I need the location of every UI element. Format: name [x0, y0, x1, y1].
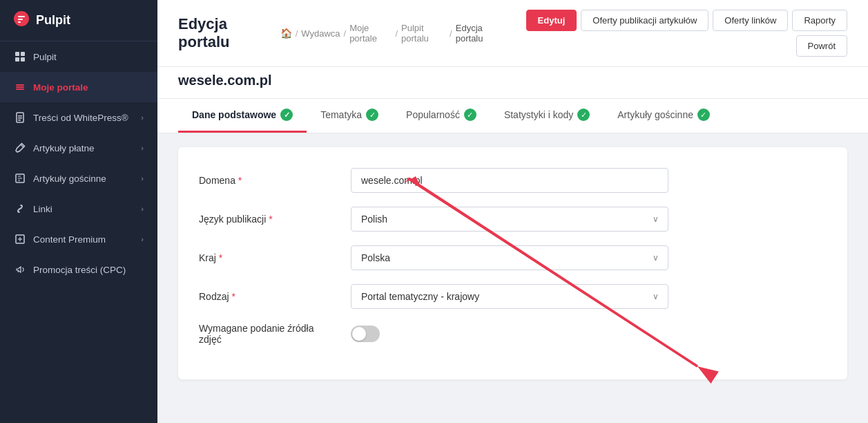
- page-title: Edycja portalu: [178, 15, 273, 51]
- tab-artykuly-goscinne[interactable]: Artykuły gościnne ✓: [604, 99, 724, 133]
- sidebar-item-label: Moje portale: [33, 82, 88, 93]
- sidebar-item-content-premium[interactable]: Content Premium ›: [0, 224, 157, 254]
- svg-rect-6: [15, 57, 19, 62]
- breadcrumb-pulpit: Pulpit portalu: [401, 23, 446, 44]
- breadcrumb-moje-portale: Moje portale: [349, 23, 392, 44]
- form-row-jezyk: Język publikacji * Polish English German…: [199, 207, 827, 232]
- sidebar: Pulpit Pulpit Moje portale: [0, 0, 157, 423]
- tab-check-dane: ✓: [280, 109, 293, 121]
- sidebar-item-label: Treści od WhitePress®: [33, 113, 128, 123]
- svg-rect-12: [18, 115, 22, 117]
- main-content: Edycja portalu 🏠 / Wydawca / Moje portal…: [157, 0, 868, 423]
- breadcrumb-wydawca: Wydawca: [301, 28, 340, 39]
- site-name: wesele.com.pl: [178, 73, 272, 88]
- tab-tematyka-label: Tematyka: [320, 109, 362, 120]
- oferty-link-button[interactable]: Oferty linków: [713, 10, 788, 31]
- oferty-pub-button[interactable]: Oferty publikacji artykułów: [581, 10, 708, 31]
- tabs-bar: Dane podstawowe ✓ Tematyka ✓ Popularność…: [157, 99, 868, 133]
- jezyk-select[interactable]: Polish English German: [351, 207, 668, 232]
- breadcrumb: 🏠 / Wydawca / Moje portale / Pulpit port…: [280, 23, 505, 44]
- content-wrapper: Dane podstawowe ✓ Tematyka ✓ Popularność…: [157, 99, 868, 423]
- content-scroll: Domena * Język publikacji * Polish Eng: [157, 133, 868, 423]
- sidebar-item-linki[interactable]: Linki ›: [0, 194, 157, 224]
- powrot-button[interactable]: Powrót: [796, 35, 847, 57]
- logo-icon: [14, 11, 29, 30]
- link-icon: [14, 203, 26, 215]
- zrodla-toggle-wrapper: [351, 326, 380, 342]
- sidebar-item-label: Pulpit: [33, 52, 57, 62]
- tab-popularnosc[interactable]: Popularność ✓: [392, 99, 490, 133]
- zrodla-label: Wymagane podanie źródła zdjęć: [199, 323, 337, 345]
- chevron-right-icon: ›: [141, 144, 144, 152]
- form-area: Domena * Język publikacji * Polish Eng: [178, 147, 847, 379]
- sidebar-item-label: Promocja treści (CPC): [33, 265, 126, 275]
- rodzaj-label: Rodzaj *: [199, 291, 337, 302]
- svg-rect-10: [16, 88, 24, 90]
- sidebar-item-label: Artykuły płatne: [33, 143, 95, 153]
- tab-dane-podstawowe[interactable]: Dane podstawowe ✓: [178, 99, 307, 133]
- home-icon: 🏠: [280, 28, 292, 39]
- tab-dane-label: Dane podstawowe: [192, 109, 276, 120]
- tab-check-popularnosc: ✓: [464, 109, 476, 121]
- tab-statystyki-label: Statystyki i kody: [504, 109, 573, 120]
- kraj-label: Kraj *: [199, 252, 337, 263]
- page-title-area: Edycja portalu 🏠 / Wydawca / Moje portal…: [178, 15, 504, 51]
- file-text-icon: [14, 111, 26, 124]
- sidebar-item-moje-portale[interactable]: Moje portale: [0, 72, 157, 102]
- edytuj-button[interactable]: Edytuj: [526, 10, 577, 31]
- svg-rect-5: [21, 52, 25, 56]
- svg-line-18: [18, 270, 19, 272]
- svg-rect-1: [18, 16, 25, 17]
- tab-popularnosc-label: Popularność: [406, 109, 460, 120]
- zrodla-toggle[interactable]: [351, 326, 380, 342]
- kraj-select-wrapper: Polska Niemcy Francja ∨: [351, 245, 668, 270]
- top-header: Edycja portalu 🏠 / Wydawca / Moje portal…: [157, 0, 868, 67]
- sidebar-item-label: Artykuły gościnne: [33, 173, 106, 184]
- action-buttons: Edytuj Oferty publikacji artykułów Ofert…: [504, 10, 847, 57]
- kraj-select[interactable]: Polska Niemcy Francja: [351, 245, 668, 270]
- form-row-kraj: Kraj * Polska Niemcy Francja ∨: [199, 245, 827, 270]
- edit2-icon: [14, 172, 26, 185]
- svg-rect-3: [18, 21, 21, 23]
- tab-art-goscinne-label: Artykuły gościnne: [617, 109, 693, 120]
- jezyk-label: Język publikacji *: [199, 214, 337, 225]
- chevron-right-icon: ›: [141, 205, 144, 213]
- chevron-right-icon: ›: [141, 113, 144, 122]
- sidebar-item-pulpit[interactable]: Pulpit: [0, 41, 157, 72]
- sidebar-item-tresci[interactable]: Treści od WhitePress® ›: [0, 102, 157, 133]
- sidebar-item-artykuly-goscinne[interactable]: Artykuły gościnne ›: [0, 163, 157, 194]
- svg-rect-7: [21, 57, 25, 62]
- chevron-right-icon: ›: [141, 235, 144, 243]
- svg-rect-8: [16, 84, 24, 86]
- form-row-zrodla: Wymagane podanie źródła zdjęć: [199, 323, 827, 345]
- sidebar-item-artykuly-platne[interactable]: Artykuły płatne ›: [0, 133, 157, 163]
- svg-rect-4: [15, 52, 19, 56]
- svg-rect-14: [18, 120, 21, 121]
- tab-check-tematyka: ✓: [366, 109, 378, 121]
- rodzaj-select-wrapper: Portal tematyczny - krajowy Portal ogóln…: [351, 284, 668, 309]
- tab-check-art-goscinne: ✓: [697, 109, 710, 121]
- edit-icon: [14, 142, 26, 154]
- domena-label: Domena *: [199, 175, 337, 186]
- jezyk-select-wrapper: Polish English German ∨: [351, 207, 668, 232]
- sidebar-item-promocja[interactable]: Promocja treści (CPC): [0, 254, 157, 285]
- svg-rect-2: [18, 19, 23, 20]
- chevron-right-icon: ›: [141, 174, 144, 182]
- tab-check-statystyki: ✓: [577, 109, 590, 121]
- tab-statystyki[interactable]: Statystyki i kody ✓: [490, 99, 604, 133]
- megaphone-icon: [14, 263, 26, 276]
- rodzaj-select[interactable]: Portal tematyczny - krajowy Portal ogóln…: [351, 284, 668, 309]
- raporty-button[interactable]: Raporty: [792, 10, 847, 31]
- form-row-domena: Domena *: [199, 168, 827, 193]
- logo-text: Pulpit: [36, 13, 70, 28]
- domena-input[interactable]: [351, 168, 668, 193]
- edit3-icon: [14, 233, 26, 245]
- svg-rect-13: [18, 118, 22, 119]
- sidebar-logo: Pulpit: [0, 0, 157, 41]
- svg-rect-9: [16, 86, 24, 88]
- grid-icon: [14, 50, 26, 63]
- sidebar-item-label: Linki: [33, 204, 52, 214]
- tab-tematyka[interactable]: Tematyka ✓: [307, 99, 392, 133]
- sidebar-item-label: Content Premium: [33, 234, 106, 245]
- form-row-rodzaj: Rodzaj * Portal tematyczny - krajowy Por…: [199, 284, 827, 309]
